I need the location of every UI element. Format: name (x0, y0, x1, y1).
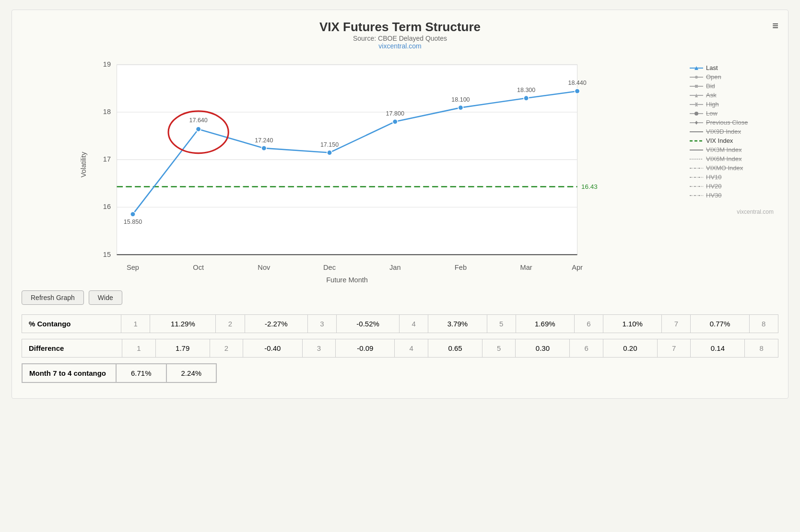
svg-text:17.800: 17.800 (386, 110, 404, 117)
diff-num-3: 3 (302, 339, 336, 358)
contango-val-3: -0.52% (337, 315, 400, 333)
legend-line-hv10 (690, 174, 703, 180)
svg-text:Volatility: Volatility (80, 151, 87, 177)
diff-num-5: 5 (482, 339, 516, 358)
legend-label-open: Open (706, 73, 721, 81)
legend-item-vix: VIX Index (690, 137, 778, 144)
svg-text:18.300: 18.300 (517, 87, 535, 93)
legend-line-prev-close (690, 120, 703, 126)
svg-marker-54 (695, 121, 698, 125)
difference-row: Difference 1 1.79 2 -0.40 3 -0.09 4 0.65… (22, 339, 778, 358)
legend-line-open (690, 74, 703, 80)
legend-label-ask: Ask (706, 92, 717, 99)
chart-source: Source: CBOE Delayed Quotes (22, 35, 778, 42)
contango-val-1: 11.29% (150, 315, 216, 333)
legend-item-vix6m: VIX6M Index (690, 155, 778, 162)
diff-num-4: 4 (395, 339, 428, 358)
difference-table: Difference 1 1.79 2 -0.40 3 -0.09 4 0.65… (22, 339, 778, 358)
svg-point-36 (524, 96, 529, 101)
refresh-graph-button[interactable]: Refresh Graph (22, 290, 84, 305)
legend-line-high (690, 102, 703, 107)
main-container: VIX Futures Term Structure Source: CBOE … (12, 10, 788, 399)
svg-point-23 (130, 212, 135, 217)
contango-val-7: 0.77% (691, 315, 749, 333)
legend-label-last: Last (706, 64, 718, 71)
chart-buttons: Refresh Graph Wide (22, 290, 682, 305)
legend-label-vix9d: VIX9D Index (706, 128, 741, 135)
svg-text:Nov: Nov (258, 264, 271, 271)
svg-rect-45 (695, 85, 698, 88)
svg-text:Mar: Mar (520, 264, 532, 271)
svg-text:Dec: Dec (323, 264, 336, 271)
svg-point-25 (196, 127, 200, 131)
tables-section: % Contango 1 11.29% 2 -2.27% 3 -0.52% 4 … (22, 314, 778, 383)
legend-line-vix6m (690, 156, 703, 162)
diff-val-7: 0.14 (691, 339, 745, 358)
legend-item-vix9d: VIX9D Index (690, 128, 778, 135)
legend-item-bid: Bid (690, 82, 778, 90)
month-contango-label: Month 7 to 4 contango (22, 364, 116, 382)
legend-item-hv30: HV30 (690, 192, 778, 199)
diff-val-5: 0.30 (516, 339, 570, 358)
legend-label-bid: Bid (706, 82, 715, 90)
legend-label-hv10: HV10 (706, 173, 722, 181)
svg-text:19: 19 (103, 60, 111, 68)
svg-text:17.640: 17.640 (189, 117, 208, 124)
svg-text:17.240: 17.240 (255, 137, 273, 144)
contango-num-2: 2 (216, 315, 245, 333)
diff-num-2: 2 (210, 339, 243, 358)
legend-line-vix9d (690, 129, 703, 135)
svg-text:Feb: Feb (455, 264, 467, 271)
legend-line-vix (690, 138, 703, 144)
diff-num-7: 7 (657, 339, 691, 358)
difference-row-header: Difference (22, 339, 122, 358)
diff-val-4: 0.65 (428, 339, 482, 358)
contango-val-4: 3.79% (428, 315, 487, 333)
legend-item-vixmo: VIXMO Index (690, 164, 778, 172)
hamburger-menu-icon[interactable]: ≡ (772, 20, 778, 32)
svg-point-43 (695, 76, 698, 79)
contango-table: % Contango 1 11.29% 2 -2.27% 3 -0.52% 4 … (22, 314, 778, 333)
chart-header: VIX Futures Term Structure Source: CBOE … (22, 20, 778, 50)
contango-num-4: 4 (400, 315, 428, 333)
legend-label-high: High (706, 101, 719, 108)
legend-item-hv10: HV10 (690, 173, 778, 181)
contango-val-5: 1.69% (516, 315, 574, 333)
svg-text:18: 18 (103, 108, 111, 116)
svg-text:17.150: 17.150 (320, 141, 339, 148)
contango-val-2: -2.27% (245, 315, 307, 333)
diff-val-3: -0.09 (336, 339, 395, 358)
month-contango-row: Month 7 to 4 contango 6.71% 2.24% (22, 364, 216, 382)
svg-text:Future Month: Future Month (326, 276, 368, 284)
contango-row-header: % Contango (22, 315, 121, 333)
svg-point-28 (261, 146, 266, 150)
svg-text:15.850: 15.850 (124, 219, 142, 225)
svg-text:Apr: Apr (572, 264, 583, 271)
contango-num-8: 8 (749, 315, 778, 333)
diff-val-1: 1.79 (155, 339, 210, 358)
diff-num-1: 1 (122, 339, 156, 358)
legend-line-ask (690, 93, 703, 98)
month-contango-val1: 6.71% (116, 364, 166, 382)
wide-button[interactable]: Wide (89, 290, 122, 305)
contango-val-6: 1.10% (603, 315, 662, 333)
svg-point-30 (327, 150, 332, 155)
svg-text:18.440: 18.440 (568, 80, 586, 86)
svg-text:Sep: Sep (127, 264, 139, 271)
svg-text:18.100: 18.100 (451, 96, 470, 103)
svg-text:Oct: Oct (193, 264, 204, 271)
legend-label-vix: VIX Index (706, 137, 733, 144)
legend-label-hv30: HV30 (706, 192, 722, 199)
svg-text:17: 17 (103, 155, 111, 163)
legend-line-last (690, 65, 703, 71)
main-chart: 19 18 17 16 15 Volatility Sep Oct Nov De… (22, 55, 682, 285)
contango-num-5: 5 (487, 315, 516, 333)
diff-num-8: 8 (745, 339, 778, 358)
diff-val-2: -0.40 (243, 339, 302, 358)
legend-item-last: Last (690, 64, 778, 71)
legend-label-low: Low (706, 110, 718, 117)
contango-num-7: 7 (662, 315, 691, 333)
legend-item-prev-close: Previous Close (690, 119, 778, 126)
legend-item-high: High (690, 101, 778, 108)
legend-label-vix6m: VIX6M Index (706, 155, 741, 162)
